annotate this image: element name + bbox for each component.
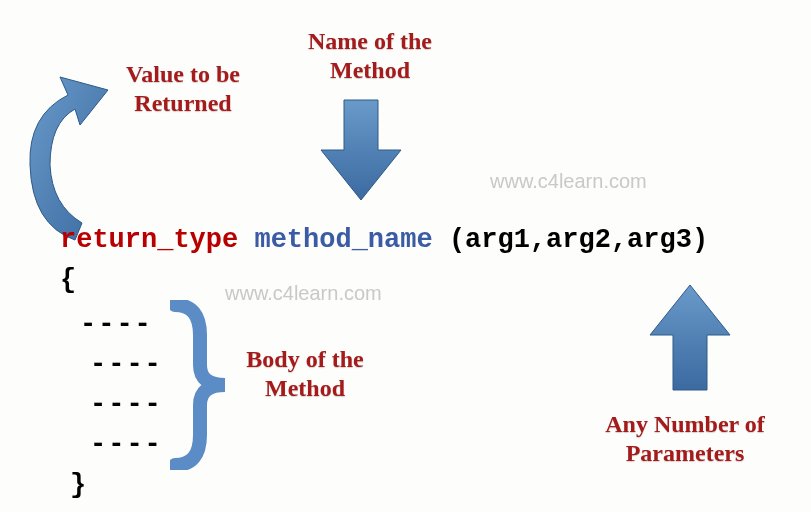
code-args: (arg1,arg2,arg3) <box>449 225 708 255</box>
code-return-type: return_type <box>60 225 238 255</box>
body-line-2: ---- <box>90 350 163 380</box>
arrow-up-icon <box>645 280 735 395</box>
curved-arrow-icon <box>20 75 130 245</box>
watermark-bottom: www.c4learn.com <box>225 282 382 305</box>
code-signature: return_type method_name (arg1,arg2,arg3) <box>60 225 708 255</box>
curly-brace-icon <box>170 300 230 470</box>
code-method-name: method_name <box>254 225 432 255</box>
label-body: Body of theMethod <box>220 345 390 403</box>
label-parameters: Any Number ofParameters <box>575 410 795 468</box>
watermark-top: www.c4learn.com <box>490 170 647 193</box>
body-line-1: ---- <box>80 310 153 340</box>
body-line-4: ---- <box>90 430 163 460</box>
open-brace: { <box>60 265 76 295</box>
label-method-name: Name of theMethod <box>275 27 465 85</box>
body-line-3: ---- <box>90 390 163 420</box>
arrow-down-icon <box>316 95 406 205</box>
close-brace: } <box>70 470 86 500</box>
